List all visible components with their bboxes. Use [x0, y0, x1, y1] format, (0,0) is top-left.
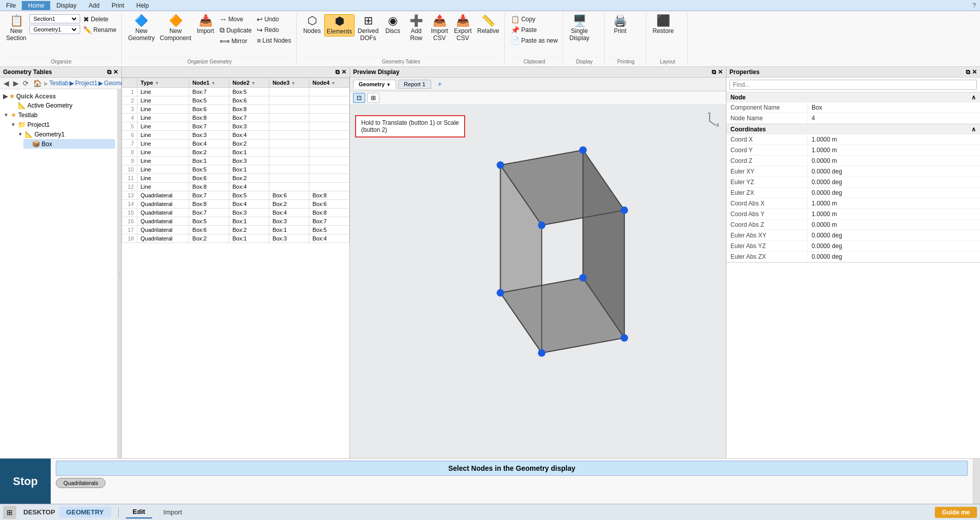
scroll-indicator[interactable] — [973, 459, 980, 504]
preview-tile-icon[interactable]: ⧉ — [712, 68, 716, 76]
copy-button[interactable]: 📋 Copy — [509, 14, 537, 24]
node-6[interactable] — [538, 349, 546, 357]
import-button[interactable]: 📥 Import — [194, 14, 217, 36]
col-node2[interactable]: Node2 ▼ — [229, 78, 269, 88]
move-button[interactable]: ↔ Move — [218, 14, 254, 24]
table-row[interactable]: 17 Quadrilateral Box:6 Box:2 Box:1 Box:5 — [122, 226, 349, 234]
col-type[interactable]: Type ▼ — [137, 78, 189, 88]
menu-file[interactable]: File — [0, 1, 22, 10]
node-2[interactable] — [579, 146, 587, 154]
geometry-dropdown-icon[interactable]: ▼ — [386, 82, 391, 87]
geometry-dropdown[interactable]: Geometry1 — [29, 25, 80, 34]
elements-button[interactable]: ⬢ Elements — [324, 14, 355, 37]
import-csv-button[interactable]: 📤 Import CSV — [428, 14, 450, 43]
left-resize-handle[interactable]: ⋮ — [117, 89, 121, 458]
section-dropdown[interactable]: Section1 — [29, 14, 80, 23]
delete-button[interactable]: ✖ Delete — [81, 14, 118, 24]
node-4[interactable] — [538, 222, 546, 229]
center-tile-icon[interactable]: ⧉ — [335, 68, 340, 76]
print-button[interactable]: 🖨️ Print — [609, 14, 631, 36]
quick-access-expand[interactable]: ▶ — [3, 93, 8, 100]
new-component-button[interactable]: 🔶 New Component — [158, 14, 193, 43]
table-row[interactable]: 15 Quadrilateral Box:7 Box:3 Box:4 Box:8 — [122, 209, 349, 217]
menu-print[interactable]: Print — [106, 1, 130, 10]
col-node3[interactable]: Node3 ▼ — [269, 78, 309, 88]
geometry-select[interactable]: Geometry1 — [31, 26, 78, 33]
coordinates-section-collapse[interactable]: ∧ — [971, 126, 976, 133]
restore-button[interactable]: ⬛ Restore — [650, 14, 676, 36]
guide-me-button[interactable]: Guide me — [935, 507, 977, 518]
preview-close-icon[interactable]: ✕ — [718, 68, 723, 76]
table-row[interactable]: 7 Line Box:4 Box:2 — [122, 140, 349, 148]
right-tile-icon[interactable]: ⧉ — [966, 68, 970, 76]
node-1[interactable] — [497, 161, 504, 169]
help-icon[interactable]: ? — [972, 2, 980, 9]
relative-button[interactable]: 📏 Relative — [475, 14, 501, 36]
preview-canvas[interactable]: x z Hold to Translate (button 1) or Scal… — [350, 105, 726, 458]
edit-tab[interactable]: Edit — [126, 506, 153, 518]
duplicate-button[interactable]: ⧉ Duplicate — [218, 25, 254, 36]
menu-help[interactable]: Help — [130, 1, 155, 10]
table-row[interactable]: 3 Line Box:6 Box:8 — [122, 105, 349, 114]
node-7[interactable] — [620, 334, 628, 342]
tab-geometry[interactable]: Geometry ▼ — [353, 80, 396, 89]
node-5[interactable] — [497, 289, 504, 297]
table-row[interactable]: 5 Line Box:7 Box:3 — [122, 122, 349, 131]
add-tab-button[interactable]: ＋ — [433, 79, 446, 90]
table-row[interactable]: 14 Quadrilateral Box:8 Box:4 Box:2 Box:6 — [122, 200, 349, 209]
center-close-icon[interactable]: ✕ — [341, 68, 346, 76]
table-row[interactable]: 1 Line Box:7 Box:5 — [122, 88, 349, 96]
stop-button[interactable]: Stop — [0, 459, 51, 504]
props-search-input[interactable] — [729, 80, 977, 90]
discs-button[interactable]: ◉ Discs — [381, 14, 404, 36]
geometry1-toggle[interactable]: ▼ — [17, 131, 23, 137]
new-section-button[interactable]: 📋 New Section — [4, 14, 28, 43]
menu-display[interactable]: Display — [50, 1, 82, 10]
menu-home[interactable]: Home — [22, 1, 50, 10]
import-tab[interactable]: Import — [156, 506, 189, 518]
table-row[interactable]: 10 Line Box:5 Box:1 — [122, 165, 349, 174]
single-display-button[interactable]: 🖥️ Single Display — [567, 14, 591, 43]
redo-button[interactable]: ↪ Redo — [255, 25, 293, 35]
nav-back-button[interactable]: ◀ — [2, 79, 11, 88]
table-row[interactable]: 13 Quadrilateral Box:7 Box:5 Box:6 Box:8 — [122, 191, 349, 200]
tile-icon[interactable]: ⧉ — [107, 68, 112, 76]
tree-project1[interactable]: ▼ 📁 Project1 — [9, 120, 115, 129]
preview-fit-button[interactable]: ⊡ — [353, 93, 365, 103]
new-geometry-button[interactable]: 🔷 New Geometry — [126, 14, 157, 43]
node-section-collapse[interactable]: ∧ — [971, 94, 976, 101]
testlab-toggle[interactable]: ▼ — [3, 112, 9, 118]
table-row[interactable]: 12 Line Box:8 Box:4 — [122, 183, 349, 191]
rename-button[interactable]: ✏️ Rename — [81, 25, 118, 35]
geometry-mode-label[interactable]: GEOMETRY — [59, 507, 111, 517]
tree-box[interactable]: 📦 Box — [23, 139, 115, 149]
section-select[interactable]: Section1 — [31, 15, 78, 22]
table-row[interactable]: 9 Line Box:1 Box:3 — [122, 157, 349, 165]
project1-toggle[interactable]: ▼ — [10, 122, 16, 127]
node-3[interactable] — [620, 206, 628, 214]
add-row-button[interactable]: ➕ Add Row — [405, 14, 427, 43]
nav-forward-button[interactable]: ▶ — [12, 79, 20, 88]
preview-zoom-button[interactable]: ⊞ — [367, 93, 379, 103]
nodes-button[interactable]: ⬡ Nodes — [301, 14, 323, 36]
table-row[interactable]: 6 Line Box:3 Box:4 — [122, 131, 349, 140]
table-row[interactable]: 8 Line Box:2 Box:1 — [122, 148, 349, 157]
col-node4[interactable]: Node4 ▼ — [309, 78, 349, 88]
mirror-button[interactable]: ⟺ Mirror — [218, 36, 254, 46]
menu-add[interactable]: Add — [83, 1, 106, 10]
mode-button[interactable]: ⊞ — [3, 506, 16, 519]
col-node1[interactable]: Node1 ▼ — [189, 78, 229, 88]
breadcrumb-testlab[interactable]: Testlab — [49, 80, 68, 87]
derived-dofs-button[interactable]: ⊞ Derived DOFs — [356, 14, 380, 43]
table-row[interactable]: 4 Line Box:8 Box:7 — [122, 114, 349, 122]
close-icon[interactable]: ✕ — [113, 68, 118, 76]
paste-button[interactable]: 📌 Paste — [509, 25, 539, 35]
node-section-header[interactable]: Node ∧ — [726, 92, 980, 102]
export-csv-button[interactable]: 📥 Export CSV — [451, 14, 474, 43]
table-row[interactable]: 18 Quadrilateral Box:2 Box:1 Box:3 Box:4 — [122, 234, 349, 243]
coordinates-section-header[interactable]: Coordinates ∧ — [726, 124, 980, 134]
table-row[interactable]: 2 Line Box:5 Box:6 — [122, 96, 349, 105]
active-geometry-item[interactable]: 📐 Active Geometry — [9, 100, 115, 110]
tree-geometry1[interactable]: ▼ 📐 Geometry1 — [16, 129, 115, 139]
nav-up-button[interactable]: ⟳ — [21, 79, 30, 88]
